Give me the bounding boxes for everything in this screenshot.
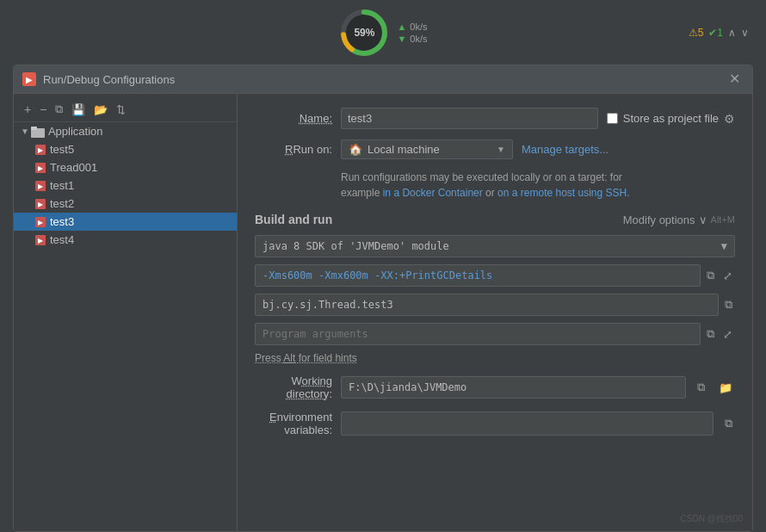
modify-options-label: Modify options [623,213,695,226]
prog-args-row: ⧉ ⤢ [255,323,735,345]
name-input[interactable] [341,108,598,129]
top-bar: 59% ▲ 0k/s ▼ 0k/s ⚠5 ✔1 ∧ ∨ [0,0,766,65]
tree-item-label: test1 [50,179,74,192]
copy-working-dir-button[interactable]: ⧉ [695,378,707,397]
svg-rect-4 [31,127,37,130]
tree-item-label: test2 [50,197,74,210]
sdk-dropdown-arrow: ▼ [721,240,727,252]
working-dir-label: Working directory: [255,374,332,400]
dialog-title: ▶ Run/Debug Configurations [22,72,175,86]
config-icon-test2: ▶ [34,198,46,210]
store-project-row: Store as project file ⚙ [607,112,735,126]
upload-val: 0k/s [410,22,427,32]
vm-options-input[interactable] [255,264,701,287]
working-dir-row: Working directory: ⧉ 📁 [255,374,735,400]
svg-text:▶: ▶ [38,146,44,154]
tree-item-label: Tread001 [50,161,97,174]
run-on-dropdown[interactable]: 🏠 Local machine ▼ [341,139,513,159]
env-vars-input[interactable] [341,411,713,436]
gear-icon[interactable]: ⚙ [724,112,735,126]
vm-options-row: ⧉ ⤢ [255,264,735,287]
download-val: 0k/s [410,34,427,44]
main-class-row: ⧉ [255,294,735,316]
upload-arrow: ▲ [397,22,406,32]
modify-options-shortcut: Alt+M [711,214,735,225]
remove-config-button[interactable]: − [36,101,50,118]
run-on-value: Local machine [368,143,440,156]
name-row: Name: Store as project file ⚙ [255,108,735,129]
hint-link-remote[interactable]: on a remote host using SSH [497,187,627,199]
section-title: Build and run [255,213,332,226]
modify-options-button[interactable]: Modify options ∨ Alt+M [623,213,735,226]
tree-item-test4[interactable]: ▶ test4 [14,231,237,249]
copy-env-vars-button[interactable]: ⧉ [722,414,735,433]
chevron-up-icon[interactable]: ∧ [728,27,736,39]
hint-line1: Run configurations may be executed local… [341,171,622,183]
copy-config-button[interactable]: ⧉ [52,101,66,118]
tree-item-test1[interactable]: ▶ test1 [14,176,237,195]
warn-badge[interactable]: ⚠5 [689,27,704,39]
svg-text:▶: ▶ [38,219,44,226]
manage-targets-link[interactable]: Manage targets... [522,143,608,156]
config-icon-tread001: ▶ [34,162,46,174]
watermark: CSDN @找找00 [681,513,743,525]
dialog-title-icon: ▶ [22,72,36,86]
copy-prog-args-button[interactable]: ⧉ [704,325,717,343]
prog-args-input[interactable] [255,323,701,345]
working-dir-input[interactable] [341,376,686,399]
tree-item-test5[interactable]: ▶ test5 [14,140,237,158]
add-config-button[interactable]: + [21,101,34,118]
expand-prog-args-button[interactable]: ⤢ [720,325,735,343]
expand-vm-options-button[interactable]: ⤢ [720,267,735,285]
svg-text:▶: ▶ [38,182,44,190]
store-project-label: Store as project file [623,112,719,125]
tree-item-label: test3 [50,215,74,228]
config-icon-test3: ▶ [34,216,46,228]
tree-item-test2[interactable]: ▶ test2 [14,195,237,213]
cpu-percent: 59% [354,27,374,39]
main-class-input[interactable] [255,294,719,316]
tree-item-test3[interactable]: ▶ test3 [14,213,237,231]
modify-options-arrow: ∨ [699,213,707,226]
sidebar: + − ⧉ 💾 📂 ⇅ ▼ Application [14,94,238,531]
perf-widget: 59% ▲ 0k/s ▼ 0k/s [338,7,427,59]
dialog-body: + − ⧉ 💾 📂 ⇅ ▼ Application [14,94,752,531]
svg-text:▶: ▶ [38,237,44,244]
tree-item-label: test5 [50,143,74,156]
copy-vm-options-button[interactable]: ⧉ [704,266,717,285]
svg-text:▶: ▶ [38,164,44,172]
sdk-select[interactable]: java 8 SDK of 'JVMDemo' module ▼ [255,235,735,257]
home-icon: 🏠 [349,143,362,156]
check-badge[interactable]: ✔1 [708,27,723,39]
upload-stat: ▲ 0k/s [397,22,427,32]
chevron-down-icon[interactable]: ∨ [741,27,749,39]
copy-main-class-button[interactable]: ⧉ [722,295,735,314]
tree-item-tread001[interactable]: ▶ Tread001 [14,158,237,176]
tree-root-application[interactable]: ▼ Application [14,122,237,140]
save-config-button[interactable]: 💾 [68,102,89,118]
sdk-value: java 8 SDK of 'JVMDemo' module [263,240,449,252]
sort-config-button[interactable]: ⇅ [113,102,129,118]
open-config-button[interactable]: 📂 [90,102,111,118]
close-button[interactable]: ✕ [726,71,744,88]
folder-icon [31,126,45,138]
env-vars-label: Environment variables: [255,411,332,436]
svg-text:▶: ▶ [38,201,44,208]
store-project-checkbox[interactable] [607,113,618,124]
config-icon-test4: ▶ [34,234,46,246]
hint-line2-or: or [483,187,497,199]
perf-stats: ▲ 0k/s ▼ 0k/s [397,22,427,44]
dialog-wrapper: ▶ Run/Debug Configurations ✕ + − ⧉ 💾 📂 ⇅ [13,65,753,532]
dialog-title-text: Run/Debug Configurations [43,73,175,86]
browse-working-dir-button[interactable]: 📁 [716,379,735,397]
config-icon-test1: ▶ [34,180,46,192]
env-vars-row: Environment variables: ⧉ [255,411,735,436]
run-on-label: RRun on: [255,143,332,156]
hint-link-docker[interactable]: in a Docker Container [383,187,483,199]
hint-line2-part1: example [341,187,383,199]
section-header: Build and run Modify options ∨ Alt+M [255,213,735,226]
main-panel: Name: Store as project file ⚙ RRun on: [238,94,752,531]
sdk-row: java 8 SDK of 'JVMDemo' module ▼ [255,235,735,257]
run-on-row: RRun on: 🏠 Local machine ▼ Manage target… [255,139,735,159]
cpu-donut: 59% [338,7,390,59]
